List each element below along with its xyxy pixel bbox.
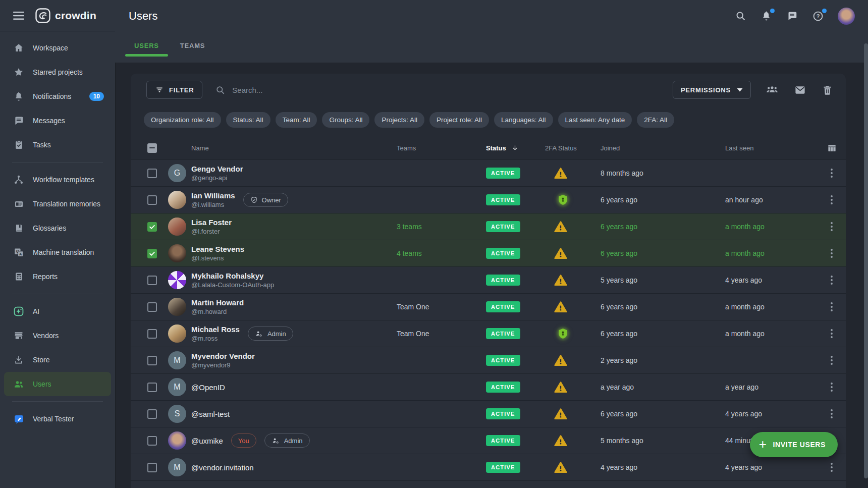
status-badge: ACTIVE: [486, 382, 520, 393]
sidebar-item-vendors[interactable]: Vendors: [4, 323, 111, 348]
filter-chip[interactable]: 2FA: All: [637, 112, 674, 128]
messages-button[interactable]: [786, 10, 798, 22]
tab-teams[interactable]: TEAMS: [171, 32, 214, 63]
sidebar-item-machine-translation[interactable]: GAMachine translation: [4, 240, 111, 264]
row-checkbox[interactable]: [147, 195, 157, 205]
invite-users-button[interactable]: + INVITE USERS: [750, 432, 838, 457]
filter-button[interactable]: FILTER: [146, 81, 202, 99]
topbar-icons: ?: [734, 8, 855, 25]
add-to-group-button[interactable]: [765, 83, 779, 97]
crowdin-logo[interactable]: crowdin: [35, 8, 96, 23]
row-checkbox[interactable]: [147, 356, 157, 365]
row-checkbox[interactable]: [147, 329, 157, 339]
sidebar-item-translation-memories[interactable]: Translation memories: [4, 192, 111, 216]
filter-chip[interactable]: Organization role: All: [144, 112, 221, 128]
notifications-button[interactable]: [760, 10, 773, 22]
table-row-partial: [131, 480, 846, 488]
last-seen-cell: a month ago: [725, 223, 818, 231]
row-menu-button[interactable]: [828, 353, 836, 368]
twofa-warning-icon: [554, 434, 567, 447]
row-menu-button[interactable]: [828, 192, 836, 207]
select-all-checkbox[interactable]: [147, 143, 157, 153]
sidebar-item-tasks[interactable]: Tasks: [4, 133, 111, 157]
filter-chip[interactable]: Languages: All: [494, 112, 553, 128]
row-checkbox[interactable]: [147, 276, 157, 285]
column-header-status[interactable]: Status: [486, 144, 545, 152]
scrollbar-track: [864, 0, 868, 488]
row-menu-button[interactable]: [828, 273, 836, 288]
table-columns-settings-button[interactable]: [826, 142, 838, 154]
help-button[interactable]: ?: [811, 10, 825, 23]
badge-label: Admin: [267, 330, 286, 338]
filter-chip[interactable]: Projects: All: [374, 112, 424, 128]
users-icon: [13, 378, 24, 390]
row-checkbox[interactable]: [147, 463, 157, 472]
sidebar-item-users[interactable]: Users: [4, 372, 111, 396]
search-icon: [215, 85, 225, 95]
filter-chip[interactable]: Status: All: [226, 112, 270, 128]
row-checkbox[interactable]: [147, 222, 157, 232]
sidebar-item-workspace[interactable]: Workspace: [4, 36, 111, 60]
search-box: [215, 85, 383, 95]
profile-avatar[interactable]: [838, 8, 855, 25]
last-seen-cell: 4 years ago: [725, 410, 818, 418]
row-menu-button[interactable]: [828, 299, 836, 314]
global-search-button[interactable]: [734, 10, 747, 22]
row-menu-button[interactable]: [828, 379, 836, 395]
row-checkbox[interactable]: [147, 383, 157, 392]
table-header: Name Teams Status 2FA Status Joined Last…: [131, 136, 846, 159]
user-username: @gengo-api: [191, 174, 243, 182]
sidebar-item-starred-projects[interactable]: Starred projects: [4, 60, 111, 84]
row-menu-button[interactable]: [828, 406, 836, 421]
row-checkbox[interactable]: [147, 249, 157, 258]
menu-toggle-button[interactable]: [11, 10, 26, 22]
delete-users-button[interactable]: [821, 84, 834, 96]
row-checkbox[interactable]: [147, 169, 157, 178]
sidebar-item-glossaries[interactable]: Glossaries: [4, 216, 111, 240]
user-username: @uxmike: [191, 437, 223, 445]
row-menu-button[interactable]: [828, 219, 836, 234]
teams-link[interactable]: 3 teams: [397, 223, 422, 231]
permissions-button[interactable]: PERMISSIONS: [673, 81, 751, 99]
sidebar-item-store[interactable]: Store: [4, 348, 111, 372]
sidebar-item-workflow-templates[interactable]: Workflow templates: [4, 168, 111, 192]
user-username: @OpenID: [191, 383, 225, 392]
columns-icon: [827, 143, 837, 153]
shield-check-icon: [250, 196, 258, 204]
last-seen-cell: an hour ago: [725, 196, 818, 204]
scrollbar-thumb[interactable]: [864, 43, 868, 478]
users-toolbar: FILTER PERMISSIONS: [146, 81, 834, 99]
row-menu-button[interactable]: [828, 166, 836, 181]
user-username: @i.williams: [191, 201, 235, 208]
tab-users[interactable]: USERS: [125, 32, 168, 63]
sidebar-item-notifications[interactable]: Notifications10: [4, 84, 111, 109]
row-menu-button[interactable]: [828, 326, 836, 341]
sidebar-item-ai[interactable]: AI: [4, 299, 111, 323]
row-menu-button[interactable]: [828, 246, 836, 261]
filter-chip[interactable]: Project role: All: [429, 112, 489, 128]
sidebar-item-messages[interactable]: Messages: [4, 109, 111, 133]
filter-chip[interactable]: Last seen: Any date: [558, 112, 632, 128]
sidebar-item-label: Starred projects: [33, 68, 83, 76]
table-row: Martin Howard@m.howardTeam OneACTIVE6 ye…: [131, 293, 846, 320]
notifications-count-badge: 10: [89, 92, 104, 101]
joined-cell: 6 years ago: [601, 223, 725, 231]
joined-cell: 4 years ago: [601, 463, 725, 471]
row-checkbox[interactable]: [147, 302, 157, 312]
email-users-button[interactable]: [793, 83, 807, 97]
sidebar-item-verbal-tester[interactable]: Verbal Tester: [4, 407, 111, 431]
filter-button-label: FILTER: [169, 86, 194, 94]
search-input[interactable]: [231, 85, 383, 95]
row-menu-button[interactable]: [828, 460, 836, 475]
row-checkbox[interactable]: [147, 436, 157, 446]
user-name: Martin Howard: [191, 298, 244, 307]
sidebar-item-reports[interactable]: Reports: [4, 264, 111, 289]
toolbar-actions: PERMISSIONS: [673, 81, 834, 99]
user-name: Leane Stevens: [191, 245, 244, 253]
filter-chip[interactable]: Team: All: [276, 112, 317, 128]
row-checkbox[interactable]: [147, 409, 157, 419]
filter-chip[interactable]: Groups: All: [322, 112, 369, 128]
last-seen-cell: 4 years ago: [725, 276, 818, 284]
sidebar-item-label: AI: [33, 307, 39, 315]
teams-link[interactable]: 4 teams: [397, 249, 422, 257]
